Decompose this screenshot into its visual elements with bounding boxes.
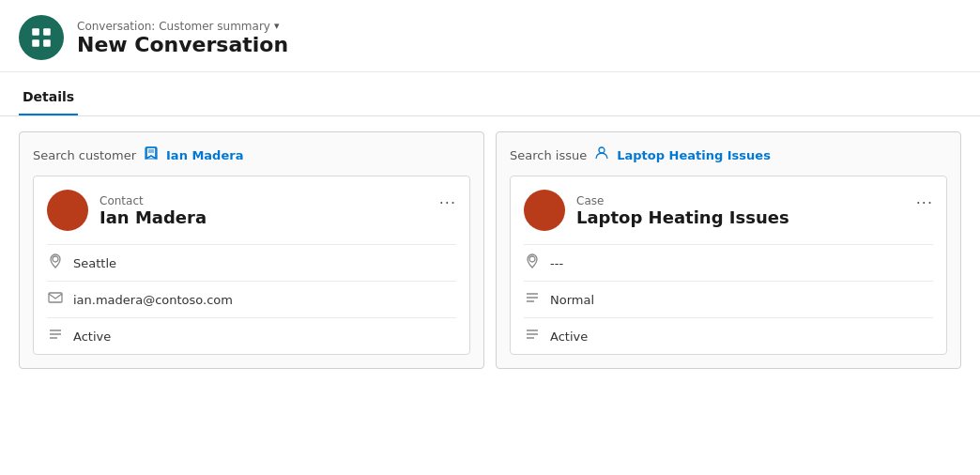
issue-selected-value[interactable]: Laptop Heating Issues bbox=[617, 148, 771, 162]
header-text: Conversation: Customer summary ▾ New Con… bbox=[77, 20, 288, 56]
issue-status: Active bbox=[550, 329, 588, 344]
status-icon bbox=[47, 327, 64, 345]
customer-name: Ian Madera bbox=[100, 207, 207, 227]
priority-icon bbox=[524, 290, 541, 309]
issue-location: --- bbox=[550, 256, 563, 270]
customer-selected-value[interactable]: Ian Madera bbox=[166, 148, 243, 162]
customer-card-details: Contact Ian Madera bbox=[100, 194, 207, 227]
page-title: New Conversation bbox=[77, 33, 288, 56]
issue-location-icon bbox=[524, 253, 541, 272]
app-header: Conversation: Customer summary ▾ New Con… bbox=[0, 0, 980, 72]
location-icon bbox=[47, 253, 64, 272]
customer-email: ian.madera@contoso.com bbox=[73, 293, 233, 307]
issue-name: Laptop Heating Issues bbox=[576, 207, 789, 227]
issue-panel: Search issue Laptop Heating Issues Case … bbox=[496, 131, 961, 369]
bookmark-icon bbox=[144, 146, 159, 164]
customer-location: Seattle bbox=[73, 256, 116, 270]
issue-panel-header: Search issue Laptop Heating Issues bbox=[510, 146, 947, 164]
search-issue-label: Search issue bbox=[510, 148, 587, 162]
issue-status-row: Active bbox=[524, 317, 933, 354]
customer-panel-header: Search customer Ian Madera bbox=[33, 146, 470, 164]
issue-card-details: Case Laptop Heating Issues bbox=[576, 194, 789, 227]
issue-avatar bbox=[524, 190, 565, 231]
svg-rect-6 bbox=[49, 293, 62, 302]
tab-details[interactable]: Details bbox=[19, 80, 78, 115]
person-icon bbox=[594, 146, 609, 164]
customer-more-options-icon[interactable]: ... bbox=[439, 190, 456, 207]
issue-priority: Normal bbox=[550, 293, 594, 307]
chevron-down-icon[interactable]: ▾ bbox=[274, 20, 280, 32]
header-subtitle: Conversation: Customer summary ▾ bbox=[77, 20, 288, 33]
customer-email-row: ian.madera@contoso.com bbox=[47, 281, 456, 317]
search-customer-label: Search customer bbox=[33, 148, 136, 162]
customer-card-info: Contact Ian Madera bbox=[47, 190, 207, 231]
svg-point-5 bbox=[53, 256, 58, 262]
customer-card-top: Contact Ian Madera ... bbox=[47, 190, 456, 231]
main-content: Search customer Ian Madera Contact Ian M… bbox=[0, 116, 980, 384]
app-icon bbox=[19, 15, 64, 60]
svg-rect-1 bbox=[43, 28, 51, 36]
customer-status-row: Active bbox=[47, 317, 456, 354]
svg-rect-2 bbox=[32, 39, 39, 47]
email-icon bbox=[47, 290, 64, 309]
customer-status: Active bbox=[73, 329, 111, 344]
tabs-bar: Details bbox=[0, 80, 980, 116]
issue-card-info: Case Laptop Heating Issues bbox=[524, 190, 789, 231]
customer-card: Contact Ian Madera ... Seattle bbox=[33, 176, 470, 355]
customer-type-label: Contact bbox=[100, 194, 207, 207]
issue-location-row: --- bbox=[524, 244, 933, 281]
customer-location-row: Seattle bbox=[47, 244, 456, 281]
issue-more-options-icon[interactable]: ... bbox=[916, 190, 933, 207]
svg-point-10 bbox=[599, 147, 605, 153]
issue-card-top: Case Laptop Heating Issues ... bbox=[524, 190, 933, 231]
issue-priority-row: Normal bbox=[524, 281, 933, 317]
svg-rect-3 bbox=[43, 39, 51, 47]
svg-point-11 bbox=[529, 256, 535, 262]
issue-status-icon bbox=[524, 327, 541, 345]
svg-rect-0 bbox=[32, 28, 39, 36]
customer-panel: Search customer Ian Madera Contact Ian M… bbox=[19, 131, 484, 369]
issue-card: Case Laptop Heating Issues ... --- bbox=[510, 176, 947, 355]
issue-type-label: Case bbox=[576, 194, 789, 207]
customer-avatar bbox=[47, 190, 88, 231]
